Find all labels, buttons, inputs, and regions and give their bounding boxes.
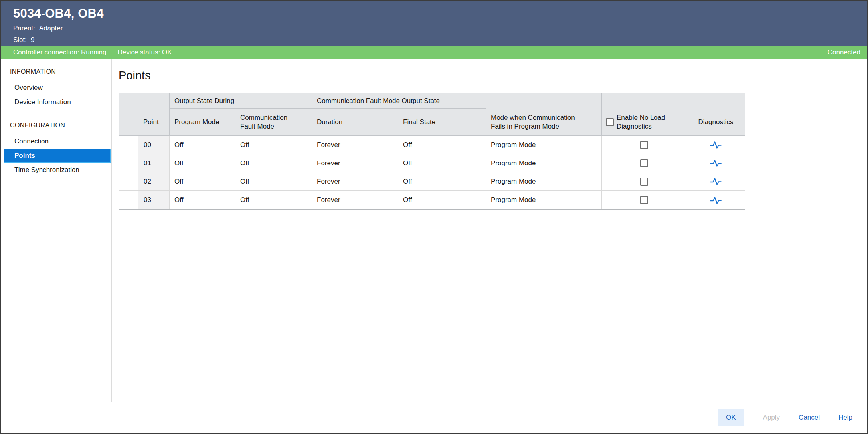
enable-no-load-cell: [602, 191, 686, 209]
header-enable-no-load: Enable No Load Diagnostics: [602, 93, 686, 136]
status-bar: Controller connection: Running Device st…: [1, 46, 867, 59]
point-number-cell: 00: [138, 136, 170, 154]
diagnostics-cell: [686, 136, 745, 154]
mode-when-comm-fails-cell[interactable]: Program Mode: [486, 136, 602, 154]
program-mode-cell[interactable]: Off: [170, 172, 235, 191]
header-mode-when-comm-fails: Mode when Communication Fails in Program…: [486, 93, 602, 136]
program-mode-cell[interactable]: Off: [170, 191, 235, 209]
sidebar-item-points[interactable]: Points: [4, 149, 111, 163]
row-selector-cell[interactable]: [119, 154, 138, 172]
slot-value: 9: [31, 36, 34, 44]
diagnostics-waveform-icon[interactable]: [710, 177, 722, 186]
diagnostics-waveform-icon[interactable]: [710, 196, 722, 204]
device-status: Device status: OK: [117, 48, 172, 56]
header-point: Point: [138, 93, 170, 136]
help-button[interactable]: Help: [838, 414, 852, 422]
page-title: Points: [119, 69, 867, 82]
sidebar-section-information: INFORMATION Overview Device Information: [1, 65, 111, 109]
header-group-comm-fault-mode-output-state: Communication Fault Mode Output State: [312, 93, 486, 109]
mode-when-comm-fails-cell[interactable]: Program Mode: [486, 154, 602, 172]
device-properties-window: 5034-OB4, OB4 Parent: Adapter Slot: 9 Co…: [0, 0, 868, 434]
parent-value: Adapter: [39, 24, 63, 32]
cancel-button[interactable]: Cancel: [799, 414, 820, 422]
sidebar-heading-information: INFORMATION: [1, 65, 111, 80]
enable-no-load-checkbox[interactable]: [640, 178, 648, 186]
final-state-cell[interactable]: Off: [398, 172, 486, 191]
sidebar-item-device-information[interactable]: Device Information: [1, 95, 111, 109]
enable-no-load-cell: [602, 172, 686, 191]
sidebar-item-time-synchronization[interactable]: Time Synchronization: [1, 163, 111, 177]
sidebar-item-overview[interactable]: Overview: [1, 81, 111, 95]
connection-state: Connected: [828, 48, 860, 56]
communication-fault-mode-cell[interactable]: Off: [235, 172, 312, 191]
mode-when-comm-fails-cell[interactable]: Program Mode: [486, 191, 602, 209]
enable-no-load-cell: [602, 136, 686, 154]
sidebar-item-connection[interactable]: Connection: [1, 134, 111, 148]
titlebar: 5034-OB4, OB4 Parent: Adapter Slot: 9: [1, 1, 867, 46]
duration-cell[interactable]: Forever: [312, 191, 398, 209]
header-program-mode: Program Mode: [170, 109, 235, 136]
program-mode-cell[interactable]: Off: [170, 136, 235, 154]
enable-no-load-cell: [602, 154, 686, 172]
header-group-output-state-during: Output State During: [170, 93, 312, 109]
ok-button[interactable]: OK: [718, 409, 744, 426]
row-selector-cell[interactable]: [119, 191, 138, 209]
enable-no-load-checkbox[interactable]: [640, 196, 648, 204]
main-area: INFORMATION Overview Device Information …: [1, 59, 867, 402]
communication-fault-mode-cell[interactable]: Off: [235, 136, 312, 154]
duration-cell[interactable]: Forever: [312, 172, 398, 191]
sidebar-section-configuration: CONFIGURATION Connection Points Time Syn…: [1, 119, 111, 177]
points-table: Point Output State During Communication …: [119, 93, 745, 210]
diagnostics-cell: [686, 191, 745, 209]
row-selector-cell[interactable]: [119, 172, 138, 191]
diagnostics-waveform-icon[interactable]: [710, 159, 722, 167]
footer-bar: OK Apply Cancel Help: [1, 402, 867, 433]
diagnostics-cell: [686, 172, 745, 191]
apply-button[interactable]: Apply: [763, 414, 780, 422]
diagnostics-cell: [686, 154, 745, 172]
row-selector-cell[interactable]: [119, 136, 138, 154]
enable-no-load-checkbox[interactable]: [640, 141, 648, 149]
enable-no-load-all-checkbox[interactable]: [606, 118, 614, 126]
duration-cell[interactable]: Forever: [312, 136, 398, 154]
point-number-cell: 03: [138, 191, 170, 209]
point-number-cell: 02: [138, 172, 170, 191]
final-state-cell[interactable]: Off: [398, 191, 486, 209]
controller-connection-status: Controller connection: Running: [13, 48, 106, 56]
mode-when-comm-fails-cell[interactable]: Program Mode: [486, 172, 602, 191]
sidebar-heading-configuration: CONFIGURATION: [1, 119, 111, 134]
duration-cell[interactable]: Forever: [312, 154, 398, 172]
communication-fault-mode-cell[interactable]: Off: [235, 191, 312, 209]
program-mode-cell[interactable]: Off: [170, 154, 235, 172]
final-state-cell[interactable]: Off: [398, 136, 486, 154]
device-title: 5034-OB4, OB4: [13, 6, 855, 21]
final-state-cell[interactable]: Off: [398, 154, 486, 172]
enable-no-load-checkbox[interactable]: [640, 159, 648, 167]
header-diagnostics: Diagnostics: [686, 93, 745, 136]
header-row-selector: [119, 93, 138, 136]
communication-fault-mode-cell[interactable]: Off: [235, 154, 312, 172]
header-duration: Duration: [312, 109, 398, 136]
diagnostics-waveform-icon[interactable]: [710, 141, 722, 149]
content-pane: Points Point Output State During Communi…: [112, 59, 867, 402]
header-final-state: Final State: [398, 109, 486, 136]
sidebar: INFORMATION Overview Device Information …: [1, 59, 112, 402]
point-number-cell: 01: [138, 154, 170, 172]
header-communication-fault-mode: Communication Fault Mode: [235, 109, 312, 136]
parent-label: Parent:: [13, 24, 35, 32]
slot-label: Slot:: [13, 36, 27, 44]
